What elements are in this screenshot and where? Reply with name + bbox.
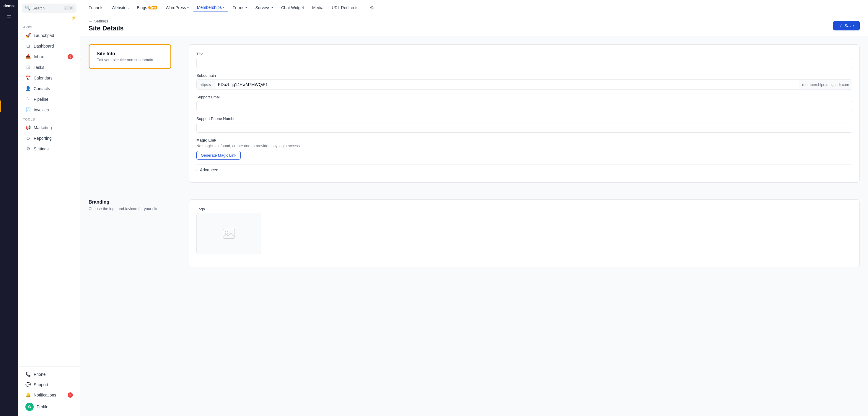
apps-section-label: Apps: [18, 23, 80, 30]
pipeline-icon: ⟩: [25, 97, 31, 102]
pipeline-label: Pipeline: [34, 97, 49, 101]
sidebar-item-invoices[interactable]: 🧾 Invoices: [21, 105, 78, 115]
marketing-label: Marketing: [34, 125, 52, 130]
nav-funnels[interactable]: Funnels: [85, 4, 107, 12]
site-info-form-card: Title Subdomain https:// memberships.msg…: [189, 44, 860, 183]
support-label: Support: [34, 382, 48, 387]
page-title: Site Details: [89, 25, 124, 32]
app-wrapper: Funnels Websites Blogs New WordPress ▾ M…: [80, 0, 868, 416]
chat-widget-label: Chat Widget: [281, 5, 304, 10]
branding-form-card: Logo: [189, 200, 860, 267]
support-phone-input[interactable]: [196, 123, 852, 133]
nav-gear-icon[interactable]: ⚙: [369, 4, 374, 11]
logo-label: Logo: [196, 207, 852, 211]
sidebar-item-support[interactable]: 💬 Support: [21, 380, 78, 390]
generate-magic-link-button[interactable]: Generate Magic Link: [196, 151, 241, 159]
sidebar-item-reporting[interactable]: ⊙ Reporting: [21, 133, 78, 143]
profile-label: Profile: [37, 405, 49, 409]
save-button[interactable]: ✓ Save: [833, 21, 860, 30]
sidebar-item-phone[interactable]: 📞 Phone: [21, 369, 78, 379]
url-redirects-label: URL Redirects: [332, 5, 359, 10]
sidebar-item-settings[interactable]: ⚙ Settings: [21, 144, 78, 154]
search-bar[interactable]: 🔍 Search ctrl K: [22, 4, 76, 13]
phone-icon: 📞: [25, 372, 31, 377]
launchpad-label: Launchpad: [34, 33, 54, 38]
sidebar-item-notifications[interactable]: 🔔 Notifications 9: [21, 390, 78, 400]
profile-avatar: G: [25, 403, 34, 411]
icon-sidebar: demo. ☰: [0, 0, 18, 416]
nav-surveys[interactable]: Surveys ▾: [252, 4, 276, 12]
subdomain-prefix: https://: [197, 80, 214, 89]
sidebar-item-profile[interactable]: G Profile: [21, 400, 78, 413]
nav-media[interactable]: Media: [309, 4, 327, 12]
support-phone-field: Support Phone Number: [196, 116, 852, 133]
nav-chat-widget[interactable]: Chat Widget: [278, 4, 307, 12]
contacts-label: Contacts: [34, 86, 50, 91]
sidebar-item-calendars[interactable]: 📅 Calendars: [21, 73, 78, 83]
title-field: Title: [196, 52, 852, 68]
section-divider: [89, 191, 860, 191]
invoices-label: Invoices: [34, 108, 49, 112]
subdomain-field: Subdomain https:// memberships.msgsndr.c…: [196, 73, 852, 90]
magic-link-title: Magic Link: [196, 138, 852, 142]
logo-upload-icon: [222, 227, 236, 241]
support-email-input[interactable]: [196, 101, 852, 111]
active-indicator: [0, 100, 1, 112]
app-logo: demo.: [4, 4, 15, 8]
sidebar-item-pipeline[interactable]: ⟩ Pipeline: [21, 94, 78, 104]
nav-forms[interactable]: Forms ▾: [229, 4, 251, 12]
branding-section: Branding Choose the logo and favicon for…: [89, 200, 860, 267]
memberships-dropdown-icon: ▾: [223, 6, 224, 9]
search-label: Search: [32, 6, 62, 10]
media-label: Media: [312, 5, 323, 10]
subdomain-input[interactable]: [214, 80, 799, 89]
content-sections: Site Info Edit your site title and subdo…: [80, 36, 868, 275]
inbox-icon: 📥: [25, 54, 31, 59]
calendars-label: Calendars: [34, 76, 53, 80]
notifications-label: Notifications: [34, 393, 56, 397]
blogs-badge: New: [148, 6, 157, 9]
nav-url-redirects[interactable]: URL Redirects: [328, 4, 362, 12]
marketing-icon: 📢: [25, 125, 31, 130]
content-area: ← Settings Site Details ✓ Save: [80, 16, 868, 416]
main-sidebar: 🔍 Search ctrl K ⚡ Apps 🚀 Launchpad ⊞ Das…: [18, 0, 80, 416]
reporting-label: Reporting: [34, 136, 52, 141]
title-input[interactable]: [196, 58, 852, 68]
search-icon: 🔍: [25, 5, 31, 11]
bolt-icon[interactable]: ⚡: [70, 15, 76, 21]
advanced-chevron-icon: ›: [196, 168, 197, 172]
inbox-label: Inbox: [34, 54, 44, 59]
logo-upload-area[interactable]: [196, 213, 261, 255]
breadcrumb-arrow: ←: [89, 19, 92, 23]
site-info-desc: Edit your site title and subdomain.: [97, 58, 163, 62]
annotation-arrow: [80, 47, 89, 71]
page-header: ← Settings Site Details ✓ Save: [80, 16, 868, 36]
wordpress-label: WordPress: [166, 5, 186, 10]
sidebar-item-marketing[interactable]: 📢 Marketing: [21, 123, 78, 133]
settings-label: Settings: [34, 147, 49, 151]
nav-blogs[interactable]: Blogs New: [133, 4, 161, 12]
forms-dropdown-icon: ▾: [245, 6, 247, 9]
support-email-label: Support Email: [196, 95, 852, 99]
advanced-toggle[interactable]: › Advanced: [196, 164, 852, 175]
site-info-title: Site Info: [97, 51, 163, 56]
advanced-label: Advanced: [200, 168, 218, 172]
sidebar-item-dashboard[interactable]: ⊞ Dashboard: [21, 41, 78, 51]
svg-rect-1: [223, 229, 235, 238]
sidebar-item-inbox[interactable]: 📥 Inbox 0: [21, 52, 78, 62]
support-icon: 💬: [25, 382, 31, 387]
nav-memberships[interactable]: Memberships ▾: [193, 3, 228, 12]
contacts-icon: 👤: [25, 86, 31, 91]
dashboard-icon: ⊞: [25, 43, 31, 49]
sidebar-item-tasks[interactable]: ☑ Tasks: [21, 62, 78, 72]
nav-websites[interactable]: Websites: [108, 4, 132, 12]
nav-divider: [366, 5, 366, 11]
memberships-label: Memberships: [197, 5, 222, 10]
breadcrumb-link[interactable]: Settings: [94, 19, 108, 23]
sidebar-item-launchpad[interactable]: 🚀 Launchpad: [21, 30, 78, 40]
search-shortcut: ctrl K: [64, 6, 73, 10]
menu-toggle[interactable]: ☰: [7, 14, 11, 21]
branding-left: Branding Choose the logo and favicon for…: [89, 200, 177, 212]
sidebar-item-contacts[interactable]: 👤 Contacts: [21, 84, 78, 94]
nav-wordpress[interactable]: WordPress ▾: [162, 4, 192, 12]
